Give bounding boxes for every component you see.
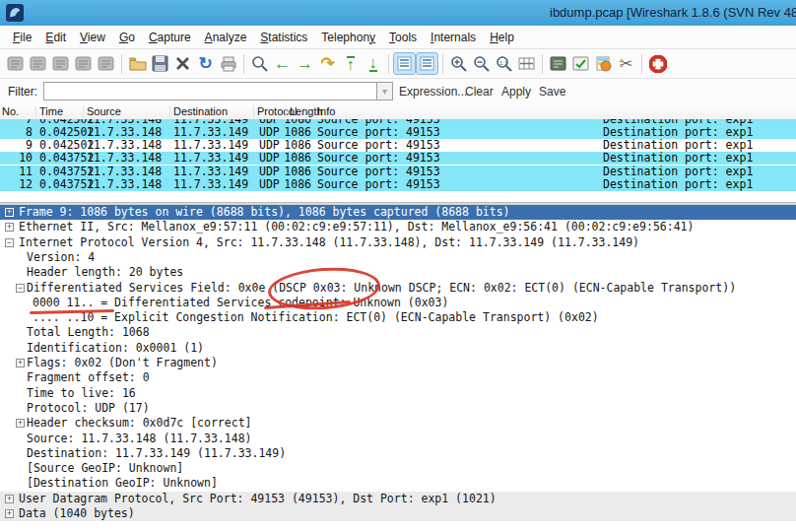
toolbar-separator xyxy=(641,54,642,74)
detail-row[interactable]: Source: 11.7.33.148 (11.7.33.148) xyxy=(0,432,796,446)
collapse-icon[interactable]: − xyxy=(16,284,25,293)
find-packet-icon[interactable] xyxy=(248,52,271,75)
filter-expression-button[interactable]: Expression... xyxy=(399,85,467,99)
go-to-packet-icon[interactable]: ↷ xyxy=(316,52,339,75)
expand-icon[interactable]: + xyxy=(16,359,25,367)
toolbar-separator xyxy=(442,54,443,74)
detail-row[interactable]: Fragment offset: 0 xyxy=(0,370,796,385)
column-separator xyxy=(83,105,84,117)
column-header-destination[interactable]: Destination xyxy=(173,105,228,117)
cell-len: 1086 xyxy=(279,166,311,178)
detail-row[interactable]: −Differentiated Services Field: 0x0e (DS… xyxy=(0,281,796,296)
detail-row[interactable]: .... ..10 = Explicit Congestion Notifica… xyxy=(0,310,796,325)
menu-capture[interactable]: Capture xyxy=(142,28,198,47)
column-header-source[interactable]: Source xyxy=(87,105,121,117)
go-forward-icon[interactable]: → xyxy=(294,52,316,75)
zoom-in-icon[interactable] xyxy=(447,52,470,75)
menu-edit[interactable]: Edit xyxy=(38,28,73,47)
menu-view[interactable]: View xyxy=(73,28,112,47)
window-title: ibdump.pcap [Wireshark 1.8.6 (SVN Rev 48 xyxy=(550,5,796,20)
filter-clear-button[interactable]: Clear xyxy=(465,85,494,99)
detail-text: [Destination GeoIP: Unknown] xyxy=(27,476,218,491)
menu-internals[interactable]: Internals xyxy=(424,28,483,47)
menu-statistics[interactable]: Statistics xyxy=(253,28,314,47)
column-header-no[interactable]: No. xyxy=(2,105,19,117)
expand-icon[interactable]: + xyxy=(5,223,14,232)
detail-row[interactable]: Identification: 0x0001 (1) xyxy=(0,341,796,356)
toolbar-separator xyxy=(388,54,389,74)
detail-row[interactable]: [Destination GeoIP: Unknown] xyxy=(0,476,796,491)
svg-text:1:1: 1:1 xyxy=(499,59,508,65)
capture-filters-icon[interactable] xyxy=(547,52,569,75)
cell-isrc: Source port: 49153 xyxy=(317,139,440,152)
print-icon[interactable] xyxy=(217,52,239,75)
detail-row[interactable]: 0000 11.. = Differentiated Services code… xyxy=(0,296,796,310)
display-filters-icon[interactable] xyxy=(569,52,592,75)
filter-save-button[interactable]: Save xyxy=(539,85,565,99)
zoom-normal-icon[interactable]: 1:1 xyxy=(493,52,515,75)
filter-input[interactable] xyxy=(43,82,384,100)
cell-dst: 11.7.33.149 xyxy=(173,178,248,191)
menu-tools[interactable]: Tools xyxy=(382,28,424,47)
cell-len: 1086 xyxy=(279,126,311,139)
coloring-rules-icon[interactable] xyxy=(592,52,615,75)
detail-row[interactable]: +User Datagram Protocol, Src Port: 49153… xyxy=(0,492,796,506)
go-to-top-icon[interactable]: ↑ xyxy=(339,52,362,75)
detail-row[interactable]: Total Length: 1068 xyxy=(0,325,796,340)
column-header-time[interactable]: Time xyxy=(39,105,63,117)
filter-apply-button[interactable]: Apply xyxy=(501,85,531,99)
filter-dropdown-icon[interactable]: ▾ xyxy=(376,82,393,100)
detail-text: Total Length: 1068 xyxy=(27,325,150,340)
cell-idst: Destination port: exp1 xyxy=(603,178,753,191)
menu-analyze[interactable]: Analyze xyxy=(198,28,254,47)
go-to-bottom-icon[interactable]: ↓ xyxy=(362,52,384,75)
cell-dst: 11.7.33.149 xyxy=(173,166,248,178)
detail-row[interactable]: +Frame 9: 1086 bytes on wire (8688 bits)… xyxy=(0,205,796,220)
close-file-icon[interactable] xyxy=(171,52,194,75)
packet-list: 70.04250211.7.33.14811.7.33.149UDP1086So… xyxy=(0,119,796,203)
detail-row[interactable]: −Internet Protocol Version 4, Src: 11.7.… xyxy=(0,235,796,250)
expand-icon[interactable]: + xyxy=(16,419,25,428)
cell-src: 11.7.33.148 xyxy=(87,139,162,152)
detail-row[interactable]: Protocol: UDP (17) xyxy=(0,401,796,416)
menu-file[interactable]: File xyxy=(6,28,38,47)
go-back-icon[interactable]: ← xyxy=(271,52,294,75)
expand-icon[interactable]: + xyxy=(5,208,14,217)
detail-row[interactable]: [Source GeoIP: Unknown] xyxy=(0,461,796,476)
cell-isrc: Source port: 49153 xyxy=(317,152,440,165)
column-separator xyxy=(313,105,314,117)
save-file-icon[interactable] xyxy=(149,52,171,75)
menu-telephony[interactable]: Telephony xyxy=(314,28,382,47)
menu-go[interactable]: Go xyxy=(112,28,142,47)
detail-row[interactable]: +Flags: 0x02 (Don't Fragment) xyxy=(0,356,796,370)
menu-help[interactable]: Help xyxy=(483,28,521,47)
detail-text: Protocol: UDP (17) xyxy=(27,401,150,416)
column-header-info[interactable]: Info xyxy=(317,105,335,117)
detail-row[interactable]: +Data (1040 bytes) xyxy=(0,506,796,521)
packet-row-10[interactable]: 100.04375211.7.33.14811.7.33.149UDP1086S… xyxy=(0,152,796,165)
cell-idst: Destination port: exp1 xyxy=(603,139,753,152)
expand-icon[interactable]: + xyxy=(5,509,14,518)
detail-row[interactable]: Destination: 11.7.33.149 (11.7.33.149) xyxy=(0,446,796,461)
detail-row[interactable]: +Header checksum: 0x0d7c [correct] xyxy=(0,416,796,431)
collapse-icon[interactable]: − xyxy=(5,238,14,247)
autoscroll-toggle[interactable] xyxy=(416,52,438,75)
detail-row[interactable]: Version: 4 xyxy=(0,250,796,265)
packet-row-11[interactable]: 110.04375211.7.33.14811.7.33.149UDP1086S… xyxy=(0,166,796,178)
colorize-list-toggle[interactable] xyxy=(393,52,416,75)
packet-row-9[interactable]: 90.04250211.7.33.14811.7.33.149UDP1086So… xyxy=(0,139,796,152)
detail-row[interactable]: +Ethernet II, Src: Mellanox_e9:57:11 (00… xyxy=(0,220,796,234)
cell-len: 1086 xyxy=(279,178,311,191)
detail-row[interactable]: Header length: 20 bytes xyxy=(0,265,796,280)
detail-row[interactable]: Time to live: 16 xyxy=(0,386,796,401)
help-icon[interactable] xyxy=(646,52,669,75)
resize-columns-icon[interactable] xyxy=(515,52,538,75)
reload-icon[interactable]: ↻ xyxy=(194,52,217,75)
zoom-out-icon[interactable] xyxy=(470,52,493,75)
packet-row-12[interactable]: 120.04375211.7.33.14811.7.33.149UDP1086S… xyxy=(0,178,796,191)
expand-icon[interactable]: + xyxy=(5,495,14,503)
open-file-icon[interactable] xyxy=(126,52,149,75)
preferences-icon[interactable]: ✂ xyxy=(615,52,637,75)
packet-row-8[interactable]: 80.04250211.7.33.14811.7.33.149UDP1086So… xyxy=(0,126,796,139)
toolbar-separator xyxy=(243,54,244,74)
